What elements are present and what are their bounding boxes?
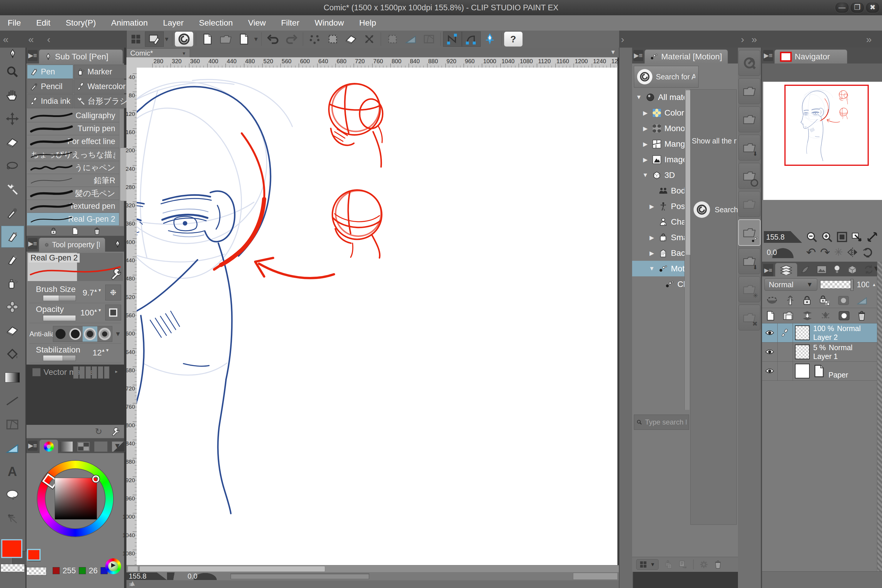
stabilization-stepper[interactable]: ▲▼	[101, 349, 110, 352]
antialias-dropdown-icon[interactable]: ▼	[115, 330, 121, 338]
panel-menu-icon[interactable]: ▶≡	[763, 50, 773, 61]
tab-3d-icon[interactable]	[847, 265, 857, 274]
expand-material-icon[interactable]: ›	[741, 31, 744, 48]
expand-all-material-icon[interactable]: »	[752, 31, 757, 48]
material-tree-scrollbar[interactable]	[684, 89, 689, 410]
tab-sync-icon[interactable]	[864, 265, 874, 274]
tree-item-small-object[interactable]: ▶Small object	[632, 230, 685, 245]
panel-menu-icon[interactable]: ▶≡	[633, 50, 643, 61]
zoom-100-icon[interactable]	[837, 232, 847, 242]
tool-watercolor[interactable]: Watercolor	[74, 80, 130, 93]
delete-layer-icon[interactable]	[857, 310, 866, 321]
prev-panel-icon[interactable]: ‹	[47, 31, 50, 48]
layer-visibility-eye-icon[interactable]	[762, 342, 778, 362]
vector-magnet-strength[interactable]	[73, 366, 110, 379]
quick-access-button[interactable]	[738, 50, 760, 76]
antialias-strong-button[interactable]	[98, 326, 112, 342]
canvas-list-dropdown-icon[interactable]: ▼	[610, 49, 616, 56]
tab-layers[interactable]	[775, 263, 797, 277]
tool-wand-button[interactable]	[1, 179, 24, 200]
brush-3[interactable]: ちょっぴりえっちな描き文字ペン	[27, 148, 119, 161]
color-settings-wrench-icon[interactable]	[111, 427, 119, 436]
close-button[interactable]: ✖	[866, 2, 880, 13]
tree-down-arrow-icon[interactable]: ▼	[648, 265, 656, 272]
material-view-mode-button[interactable]: ▼	[636, 559, 658, 570]
vector-line-icon[interactable]	[443, 32, 462, 47]
menu-window[interactable]: Window	[307, 15, 352, 31]
tool-indiaink[interactable]: India ink	[27, 94, 73, 108]
paper-thumbnail[interactable]	[795, 364, 810, 378]
stabilization-value[interactable]: 12	[93, 348, 102, 357]
transparent-swatch[interactable]	[1, 564, 25, 572]
brush-size-pressure-button[interactable]: ❉	[105, 285, 121, 300]
brush-7[interactable]: Textured pen	[27, 200, 119, 213]
opacity-value[interactable]: 100	[80, 308, 94, 318]
rotate-right-icon[interactable]: ↷	[820, 246, 830, 259]
material-tab[interactable]: Material [Motion]	[645, 50, 728, 63]
canvas-tab[interactable]: Comic* ▼	[126, 48, 190, 58]
brush-size-stepper[interactable]: ▲▼	[93, 289, 102, 292]
tool-pencil-button[interactable]	[1, 249, 24, 270]
tree-item-color-pattern[interactable]: ▶Color pattern	[632, 105, 685, 120]
brush-2[interactable]: For effect line	[27, 135, 119, 148]
page-dropdown-caret-icon[interactable]: ▼	[253, 36, 259, 43]
workspace-grid-icon[interactable]	[127, 32, 145, 46]
blend-mode-dropdown[interactable]: Normal ▼	[764, 278, 818, 291]
reset-rotation-icon[interactable]	[862, 247, 873, 258]
tool-property-tab[interactable]: Tool property [Real G-	[39, 237, 105, 252]
tool-pencil[interactable]: Pencil	[27, 80, 73, 93]
menu-file[interactable]: File	[0, 15, 28, 31]
layer-row-layer-2[interactable]: 100 %NormalLayer 2	[762, 323, 877, 342]
rotate-left-icon[interactable]: ↶	[806, 246, 816, 259]
ruler-range-icon[interactable]	[857, 296, 867, 305]
transform-icon[interactable]	[360, 32, 378, 46]
new-raster-layer-icon[interactable]	[766, 310, 775, 321]
open-document-icon[interactable]	[217, 32, 235, 46]
flip-horizontal-icon[interactable]	[847, 247, 858, 258]
brush-1[interactable]: Turnip pen	[27, 122, 119, 135]
category-download-button[interactable]: ⬇	[738, 135, 760, 160]
vector-curve-icon[interactable]	[462, 32, 481, 47]
dropdown-caret-icon[interactable]: ▼	[164, 36, 170, 43]
layer-row-layer-1[interactable]: 5 %NormalLayer 1	[762, 342, 877, 362]
category-x-button[interactable]: ✖	[738, 304, 760, 330]
tool-ruler-button[interactable]	[1, 438, 24, 459]
collapsed-panel-strip[interactable]	[619, 48, 633, 588]
layer-opacity-slider[interactable]	[820, 280, 854, 289]
material-search-input[interactable]: Type search keyw	[634, 414, 689, 430]
delete-material-icon[interactable]	[714, 560, 722, 569]
transparent-color-swatch[interactable]	[27, 567, 46, 575]
tool-pen[interactable]: Pen	[27, 64, 73, 79]
tool-eraser-button[interactable]	[1, 320, 24, 341]
tool-frame-button[interactable]	[1, 414, 24, 435]
category-disc-button[interactable]	[738, 163, 760, 189]
panel-menu-icon[interactable]: ▶≡	[28, 238, 38, 249]
tree-right-arrow-icon[interactable]: ▶	[648, 234, 656, 241]
minimize-button[interactable]: —	[835, 2, 849, 13]
expand-right-column-icon[interactable]: ›	[621, 31, 624, 48]
layer-thumbnail[interactable]	[795, 345, 810, 359]
menu-selection[interactable]: Selection	[191, 15, 240, 31]
tool-eyedropper-button[interactable]	[1, 202, 24, 224]
snap-special-ruler-icon[interactable]	[402, 32, 420, 46]
status-rotation-widget[interactable]: 0.0	[184, 572, 226, 580]
zoom-in-icon[interactable]	[821, 231, 832, 243]
layer-opacity-value[interactable]: 100	[857, 280, 869, 289]
stabilization-slider[interactable]	[43, 355, 76, 361]
category-folder-1-button[interactable]	[738, 78, 760, 104]
tool-correct-button[interactable]	[1, 508, 24, 529]
layer-panel-scrollbar[interactable]	[877, 262, 882, 572]
tree-down-arrow-icon[interactable]: ▼	[635, 94, 643, 100]
category-pattern-button[interactable]	[738, 191, 760, 217]
redo-icon[interactable]	[282, 32, 300, 46]
new-document-icon[interactable]	[198, 32, 217, 46]
category-folder-2-button[interactable]	[738, 106, 760, 132]
layer-thumbnail[interactable]	[795, 326, 810, 340]
paste-material-icon[interactable]	[664, 560, 673, 569]
tree-item-body-type[interactable]: Body type	[632, 183, 685, 198]
tree-item-manga-material[interactable]: ▶Manga material	[632, 136, 685, 152]
opacity-option-button[interactable]	[105, 304, 121, 321]
tree-right-arrow-icon[interactable]: ▶	[642, 141, 649, 148]
opacity-stepper[interactable]: ▲▼	[93, 309, 102, 312]
copy-subtool-icon[interactable]	[72, 227, 78, 235]
